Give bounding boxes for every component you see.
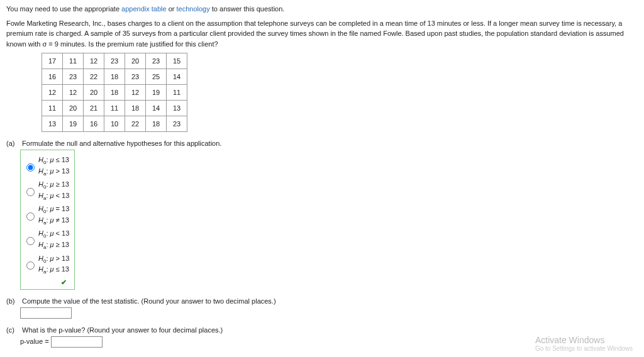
- table-cell: 20: [84, 85, 104, 101]
- hypothesis-text: H0: μ ≥ 13Ha: μ < 13: [38, 180, 69, 202]
- data-table: 1711122320231516232218232514121220181219…: [42, 53, 187, 132]
- hypothesis-option[interactable]: H0: μ = 13Ha: μ ≠ 13: [23, 204, 69, 226]
- table-cell: 18: [104, 85, 125, 101]
- table-row: 16232218232514: [42, 69, 187, 85]
- table-cell: 20: [63, 101, 84, 116]
- part-c-prompt: What is the p-value? (Round your answer …: [22, 326, 223, 334]
- table-cell: 10: [104, 116, 125, 132]
- intro-lead: You may need to use the appropriate: [6, 5, 121, 13]
- hypothesis-option[interactable]: H0: μ > 13Ha: μ ≤ 13: [23, 254, 69, 276]
- hypothesis-radio[interactable]: [26, 237, 35, 245]
- table-cell: 23: [146, 53, 167, 69]
- table-cell: 12: [63, 85, 84, 101]
- hypothesis-option[interactable]: H0: μ ≤ 13Ha: μ > 13: [23, 155, 69, 177]
- part-b-label: (b): [6, 297, 20, 305]
- table-cell: 19: [63, 116, 84, 132]
- table-cell: 22: [84, 69, 104, 85]
- table-cell: 15: [167, 53, 187, 69]
- watermark-line2: Go to Settings to activate Windows: [535, 345, 633, 352]
- table-row: 12122018121911: [42, 85, 187, 101]
- intro-tail: to answer this question.: [210, 5, 285, 13]
- table-row: 17111223202315: [42, 53, 187, 69]
- table-row: 11202111181413: [42, 101, 187, 116]
- hypothesis-text: H0: μ = 13Ha: μ ≠ 13: [38, 204, 69, 226]
- table-cell: 12: [84, 53, 104, 69]
- hypothesis-choices: H0: μ ≤ 13Ha: μ > 13H0: μ ≥ 13Ha: μ < 13…: [20, 150, 75, 290]
- table-row: 13191610221823: [42, 116, 187, 132]
- intro-line: You may need to use the appropriate appe…: [6, 4, 638, 14]
- table-cell: 12: [125, 85, 146, 101]
- table-cell: 12: [42, 85, 63, 101]
- hypothesis-radio[interactable]: [26, 188, 35, 196]
- table-cell: 17: [42, 53, 63, 69]
- table-cell: 23: [63, 69, 84, 85]
- pvalue-input[interactable]: [51, 336, 103, 348]
- problem-text: Fowle Marketing Research, Inc., bases ch…: [6, 18, 638, 50]
- table-cell: 11: [104, 101, 125, 116]
- hypothesis-radio[interactable]: [26, 163, 35, 172]
- part-a: (a) Formulate the null and alternative h…: [6, 140, 638, 290]
- windows-watermark: Activate Windows Go to Settings to activ…: [535, 335, 633, 352]
- table-cell: 13: [42, 116, 63, 132]
- part-a-label: (a): [6, 140, 20, 147]
- table-cell: 25: [146, 69, 167, 85]
- table-cell: 22: [125, 116, 146, 132]
- table-cell: 23: [104, 53, 125, 69]
- table-cell: 11: [63, 53, 84, 69]
- part-c-label: (c): [6, 326, 20, 334]
- technology-link[interactable]: technology: [177, 5, 210, 13]
- pvalue-label: p-value =: [20, 338, 49, 345]
- table-cell: 23: [125, 69, 146, 85]
- appendix-link[interactable]: appendix table: [121, 5, 167, 13]
- table-cell: 20: [125, 53, 146, 69]
- table-cell: 21: [84, 101, 104, 116]
- watermark-line1: Activate Windows: [535, 335, 633, 345]
- table-cell: 11: [167, 85, 187, 101]
- table-cell: 23: [167, 116, 187, 132]
- table-cell: 13: [167, 101, 187, 116]
- part-b: (b) Compute the value of the test statis…: [6, 297, 638, 319]
- hypothesis-text: H0: μ > 13Ha: μ ≤ 13: [38, 254, 69, 276]
- hypothesis-text: H0: μ ≤ 13Ha: μ > 13: [38, 155, 69, 177]
- table-cell: 16: [84, 116, 104, 132]
- hypothesis-radio[interactable]: [26, 212, 35, 221]
- table-cell: 19: [146, 85, 167, 101]
- hypothesis-option[interactable]: H0: μ ≥ 13Ha: μ < 13: [23, 180, 69, 202]
- intro-mid: or: [167, 5, 177, 13]
- test-statistic-input[interactable]: [20, 307, 72, 319]
- correct-check-icon: ✔: [23, 278, 69, 287]
- table-cell: 18: [125, 101, 146, 116]
- table-cell: 18: [146, 116, 167, 132]
- hypothesis-radio[interactable]: [26, 261, 35, 270]
- table-cell: 18: [104, 69, 125, 85]
- part-b-prompt: Compute the value of the test statistic.…: [22, 297, 276, 305]
- table-cell: 14: [146, 101, 167, 116]
- table-cell: 11: [42, 101, 63, 116]
- table-cell: 16: [42, 69, 63, 85]
- table-cell: 14: [167, 69, 187, 85]
- part-a-prompt: Formulate the null and alternative hypot…: [22, 140, 221, 147]
- hypothesis-text: H0: μ < 13Ha: μ ≥ 13: [38, 229, 69, 251]
- hypothesis-option[interactable]: H0: μ < 13Ha: μ ≥ 13: [23, 229, 69, 251]
